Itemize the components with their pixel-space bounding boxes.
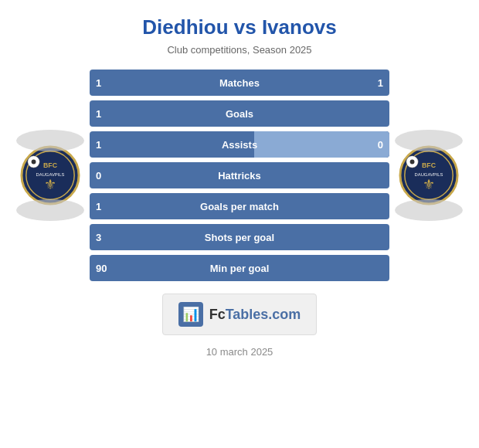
stat-row-shots-per-goal: 3 Shots per goal [90, 224, 389, 250]
stat-row-hattricks: 0 Hattricks [90, 162, 389, 188]
page-title: Diedhiou vs Ivanovs [142, 15, 336, 39]
matches-right-value: 1 [378, 77, 383, 89]
right-ellipse-top [395, 130, 463, 151]
shots-per-goal-label: Shots per goal [205, 232, 274, 243]
goals-left-value: 1 [96, 108, 101, 120]
left-ellipse-top [16, 130, 84, 151]
matches-left-value: 1 [96, 77, 101, 89]
left-team-logo: BFC DAUGAVPILS ⚜ [20, 145, 80, 205]
assists-left-value: 1 [96, 139, 101, 151]
fctables-icon: 📊 [178, 302, 203, 327]
stat-bar-goals-per-match: 1 Goals per match [90, 193, 389, 219]
assists-label: Assists [222, 139, 257, 151]
matches-label: Matches [219, 77, 260, 89]
hattricks-left-value: 0 [96, 170, 101, 182]
svg-text:BFC: BFC [422, 161, 437, 169]
left-team-logo-wrapper: BFC DAUGAVPILS ⚜ [15, 130, 85, 221]
goals-per-match-left-value: 1 [96, 201, 101, 212]
stat-bar-shots-per-goal: 3 Shots per goal [90, 224, 389, 250]
stat-row-matches: 1 Matches 1 [90, 70, 389, 96]
page-subtitle: Club competitions, Season 2025 [167, 44, 311, 56]
stat-bar-matches: 1 Matches 1 [90, 70, 389, 96]
stat-row-goals-per-match: 1 Goals per match [90, 193, 389, 219]
left-ellipse-bottom [16, 199, 84, 221]
svg-text:BFC: BFC [43, 161, 58, 169]
stat-bar-hattricks: 0 Hattricks [90, 162, 389, 188]
fctables-banner[interactable]: 📊 FcTables.com [162, 294, 318, 335]
svg-text:⚜: ⚜ [44, 177, 56, 192]
right-team-logo: BFC DAUGAVPILS ⚜ [399, 145, 459, 205]
match-date: 10 march 2025 [206, 346, 273, 358]
fctables-text: FcTables.com [209, 307, 301, 323]
fctables-colored-text: Tables.com [226, 307, 301, 322]
hattricks-label: Hattricks [218, 170, 261, 182]
goals-per-match-label: Goals per match [200, 201, 279, 212]
main-comparison-area: BFC DAUGAVPILS ⚜ 1 Matches 1 1 Goals [15, 70, 464, 281]
right-team-logo-wrapper: BFC DAUGAVPILS ⚜ [394, 130, 464, 221]
svg-point-13 [410, 160, 415, 165]
stat-row-min-per-goal: 90 Min per goal [90, 255, 389, 281]
goals-label: Goals [226, 108, 253, 120]
assists-right-value: 0 [378, 139, 383, 151]
stat-bar-goals: 1 Goals [90, 100, 389, 127]
stat-row-assists: 1 Assists 0 [90, 131, 389, 158]
shots-per-goal-left-value: 3 [96, 232, 101, 243]
right-ellipse-bottom [395, 199, 463, 221]
stat-bar-min-per-goal: 90 Min per goal [90, 255, 389, 281]
assists-right-fill [254, 131, 389, 158]
stat-bar-assists: 1 Assists 0 [90, 131, 389, 158]
svg-text:⚜: ⚜ [423, 177, 435, 192]
stats-area: 1 Matches 1 1 Goals 1 Assists 0 0 [85, 70, 394, 281]
min-per-goal-label: Min per goal [210, 263, 270, 274]
min-per-goal-left-value: 90 [96, 263, 107, 274]
stat-row-goals: 1 Goals [90, 100, 389, 127]
svg-point-6 [32, 160, 36, 165]
